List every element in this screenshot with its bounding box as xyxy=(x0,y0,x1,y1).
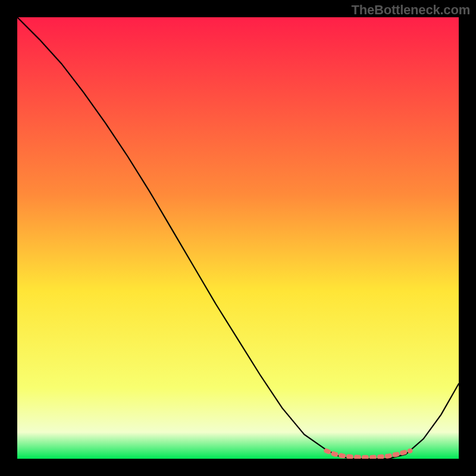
watermark-text: TheBottleneck.com xyxy=(351,2,470,18)
chart-plot xyxy=(17,17,459,459)
chart-container: TheBottleneck.com xyxy=(0,0,476,476)
gradient-background xyxy=(17,17,459,459)
